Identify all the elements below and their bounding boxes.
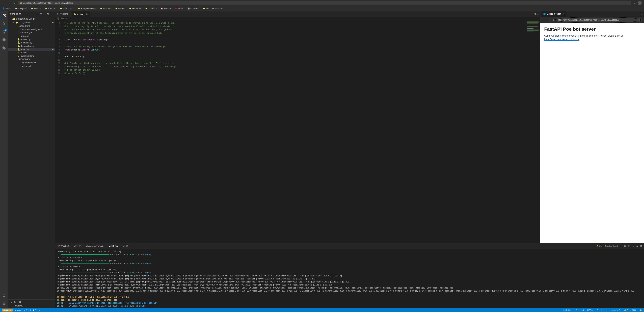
split-terminal-button[interactable]: ⧉ bbox=[623, 244, 626, 248]
bookmark-notepad[interactable]: 📋 Notepad bbox=[160, 7, 172, 10]
terminal-more-button[interactable]: … bbox=[631, 244, 634, 248]
bookmark-wishlist[interactable]: 📁 Wishlist bbox=[114, 7, 126, 10]
kill-terminal-button[interactable]: 🗑 bbox=[627, 244, 630, 248]
terminal-tab-terminal[interactable]: TERMINAL bbox=[106, 243, 120, 249]
simple-browser-back-button[interactable]: ← bbox=[542, 18, 546, 22]
forward-button[interactable]: → bbox=[7, 1, 12, 5]
simple-browser-open-external-button[interactable]: ↗ bbox=[641, 18, 643, 21]
bookmark-think-tanks[interactable]: 📁 Think-Tanks bbox=[59, 7, 75, 10]
ln-col-item[interactable]: Ln 1, Col 1 bbox=[563, 309, 573, 311]
breadcrumb-filename: main.py bbox=[60, 17, 68, 20]
tree-requirements[interactable]: ▶ — requirements.txt bbox=[8, 61, 55, 64]
tab-close-button[interactable]: ✕ bbox=[86, 13, 88, 15]
tree-app-json[interactable]: ▶ { } app.json bbox=[8, 34, 55, 38]
terminal-tab-output[interactable]: OUTPUT bbox=[72, 243, 84, 249]
terminal-tab-ports[interactable]: PORTS bbox=[120, 243, 130, 249]
tree-catbot[interactable]: ▶ 🐍 catbot.py bbox=[8, 38, 55, 41]
activity-explorer[interactable] bbox=[0, 12, 8, 20]
tree-pyproject[interactable]: ▶ ⚙ pyproject.toml bbox=[8, 54, 55, 58]
tree-root-folder[interactable]: ▼ 📁 API-BOT-SAMPLE bbox=[8, 18, 55, 21]
eol-item[interactable]: LF bbox=[595, 309, 599, 311]
bookmark-admin[interactable]: 👤 Admin bbox=[1, 7, 12, 10]
bookmark-saului[interactable]: ▶ SaulUI bbox=[174, 7, 184, 10]
notifications-item[interactable]: 🔔 bbox=[639, 309, 643, 311]
bookmark-watchlist[interactable]: 📁 Watchlist bbox=[99, 7, 112, 10]
simple-browser-url-input[interactable] bbox=[556, 18, 640, 22]
simple-browser-reload-button[interactable]: ↻ bbox=[552, 18, 556, 22]
terminal-tab-problems[interactable]: PROBLEMS bbox=[56, 243, 72, 249]
terminal-output[interactable]: Downloading starlette-0.26.1-py3-none-an… bbox=[55, 249, 644, 308]
bookmark-entrepreneurship[interactable]: 📁 Entrepreneurship bbox=[77, 7, 97, 10]
tree-pre-commit[interactable]: ▶ ! .pre-commit-config.yaml bbox=[8, 28, 55, 31]
simple-browser-more-button[interactable]: … bbox=[640, 13, 643, 15]
gitpod-label: G bbox=[3, 309, 5, 311]
timeline-section[interactable]: ▶ TIMELINE bbox=[9, 304, 54, 308]
outline-section[interactable]: ▶ OUTLINE bbox=[9, 300, 54, 304]
new-terminal-button[interactable]: ＋ bbox=[619, 244, 623, 248]
layout-item[interactable]: Layout: U.S. bbox=[610, 309, 621, 311]
tree-prettierrc[interactable]: ▶ ! .prettierrc.yaml bbox=[8, 31, 55, 34]
reload-button[interactable]: ↻ bbox=[12, 1, 17, 5]
spaces-item[interactable]: Spaces: 4 bbox=[575, 309, 585, 311]
tree-main-py[interactable]: ▶ 🐍 main.py bbox=[8, 48, 55, 51]
code-lines[interactable]: # Welcome to the Poe API tutorial. The s… bbox=[62, 20, 526, 243]
terminal-tab-debug-console[interactable]: DEBUG CONSOLE bbox=[84, 243, 106, 249]
more-actions-button[interactable]: … bbox=[50, 12, 53, 16]
bookmark-finance-icon: 📁 bbox=[31, 8, 33, 10]
tree-pycache[interactable]: ▶ 📁 __pycache__ bbox=[8, 21, 55, 24]
tree-readme[interactable]: ▶ ℹ README.md bbox=[8, 58, 55, 61]
activity-source-control[interactable]: 2 bbox=[0, 28, 8, 36]
tree-procfile[interactable]: ▶ P Procfile bbox=[8, 51, 55, 54]
maximize-panel-button[interactable]: ▲ bbox=[635, 244, 639, 248]
bookmark-finance[interactable]: 📁 Finance bbox=[30, 7, 42, 10]
new-folder-button[interactable]: ▢ bbox=[40, 12, 42, 16]
share-item[interactable]: ⬆ Share bbox=[32, 309, 40, 311]
language-item[interactable]: Python bbox=[601, 309, 608, 311]
close-panel-button[interactable]: ✕ bbox=[640, 244, 643, 248]
bookmark-watchlist-icon: 📁 bbox=[100, 8, 102, 10]
more-tabs-button[interactable]: … bbox=[536, 12, 539, 15]
bookmark-comp-sci[interactable]: 📁 Comp-Sci bbox=[14, 7, 28, 10]
simple-browser-tab-close-button[interactable]: ✕ bbox=[562, 13, 564, 15]
simple-browser-forward-button[interactable]: → bbox=[546, 18, 550, 22]
address-bar[interactable]: 🔒 anmolsingh9-apibotsampl-r3daxkj4nsj.ws… bbox=[18, 1, 631, 5]
bookmark-workspaces[interactable]: 📁 Workspaces — Git... bbox=[202, 7, 226, 10]
new-file-button[interactable]: + bbox=[37, 12, 39, 16]
split-editor-button[interactable]: ⧉ bbox=[534, 12, 536, 15]
bookmark-gamedev[interactable]: 📁 GameDev bbox=[128, 7, 142, 10]
encoding-item[interactable]: UTF-8 bbox=[587, 309, 593, 311]
activity-extensions[interactable] bbox=[0, 44, 8, 52]
terminal-panel: PROBLEMS OUTPUT DEBUG CONSOLE TERMINAL P… bbox=[55, 243, 644, 308]
tab-welcome[interactable]: ⊕ Welcome bbox=[55, 11, 72, 17]
collapse-all-button[interactable]: ⊟ bbox=[46, 12, 49, 16]
gitpod-badge-item[interactable]: G Gitpod bbox=[1, 309, 13, 312]
ports-item[interactable]: 🔔 Ports: 8000 bbox=[623, 309, 637, 311]
prettierrc-icon: ! bbox=[18, 31, 18, 34]
tree-runtime[interactable]: ▶ — runtime.txt bbox=[8, 64, 55, 68]
back-button[interactable]: ← bbox=[1, 1, 6, 5]
simple-browser-tab-actions: … bbox=[640, 13, 643, 15]
errors-item[interactable]: ✕ 0 ⚠ 0 bbox=[23, 309, 31, 311]
minimap bbox=[526, 20, 540, 243]
bookmark-chatgpt[interactable]: 🤖 ChatGPT bbox=[186, 7, 200, 10]
activity-account[interactable] bbox=[0, 292, 8, 300]
tree-langcatbot[interactable]: ▶ 🐍 langcatbot.py bbox=[8, 44, 55, 48]
tree-gitpod-yml[interactable]: ▶ ! .gitpod.yml bbox=[8, 24, 55, 28]
bookmark-courses[interactable]: 📁 Courses bbox=[44, 7, 57, 10]
refresh-button[interactable]: ↻ bbox=[43, 12, 46, 16]
timeline-label: TIMELINE bbox=[14, 304, 23, 307]
poe-create-bot-link[interactable]: https://poe.com/create_bot?api=1 bbox=[544, 38, 579, 41]
bookmark-star-icon[interactable]: ☆ bbox=[633, 2, 635, 4]
terminal-line: Requirement already satisfied: sniffio>=… bbox=[57, 284, 642, 286]
simple-browser-tab[interactable]: 🌐 Simple Browser ✕ bbox=[542, 11, 566, 17]
main-py-modified-indicator bbox=[52, 49, 54, 50]
activity-settings[interactable] bbox=[0, 300, 8, 308]
git-branch-item[interactable]: ⎇ main* bbox=[14, 309, 23, 311]
activity-debug[interactable] bbox=[0, 36, 8, 44]
tab-main-py[interactable]: 🐍 main.py ✕ bbox=[72, 11, 90, 17]
tree-echobot[interactable]: ▶ 🐍 echobot.py bbox=[8, 41, 55, 44]
activity-search[interactable] bbox=[0, 20, 8, 28]
bookmark-victoria3[interactable]: 📁 Victoria 3 bbox=[144, 7, 158, 10]
app-json-label: app.json bbox=[21, 35, 29, 37]
profile-button[interactable]: Incognito bbox=[636, 1, 643, 5]
